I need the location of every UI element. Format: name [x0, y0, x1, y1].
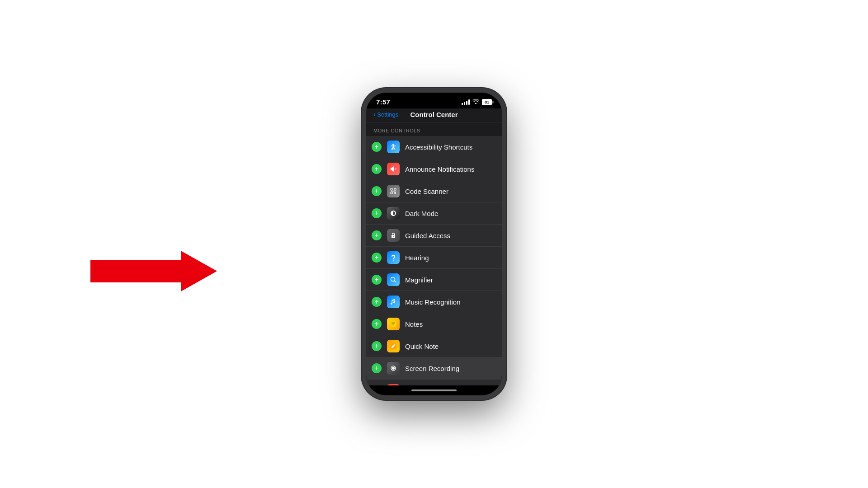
plus-icon: + — [374, 343, 378, 350]
label-magnifier: Magnifier — [405, 276, 495, 284]
add-button-hearing[interactable]: + — [372, 253, 382, 263]
status-time: 7:57 — [376, 98, 390, 106]
svg-rect-8 — [394, 188, 396, 190]
svg-point-1 — [392, 144, 394, 145]
label-screenrec: Screen Recording — [405, 365, 495, 372]
plus-icon: + — [374, 254, 378, 261]
arrow-annotation — [90, 249, 217, 294]
back-label: Settings — [377, 111, 398, 118]
plus-icon: + — [374, 188, 378, 195]
icon-music — [387, 296, 400, 308]
label-announce: Announce Notifications — [405, 165, 495, 173]
list-item-sound[interactable]: + Sound Recognition — [366, 380, 502, 385]
back-chevron-icon: ‹ — [373, 110, 376, 118]
list-item-music[interactable]: + Music Recognition — [366, 291, 502, 313]
status-icons: 81 — [462, 99, 492, 105]
list-item-notes[interactable]: + Notes — [366, 313, 502, 335]
plus-icon: + — [374, 165, 378, 173]
list-item-code[interactable]: + — [366, 180, 502, 202]
label-hearing: Hearing — [405, 254, 495, 262]
plus-icon: + — [374, 365, 378, 372]
phone-frame: 7:57 — [362, 88, 506, 400]
signal-bar-1 — [462, 103, 463, 105]
status-bar: 7:57 — [366, 93, 502, 108]
list-item-quicknote[interactable]: + Quick Note — [366, 335, 502, 357]
svg-line-4 — [393, 146, 394, 150]
phone-screen: 7:57 — [366, 93, 502, 395]
add-button-quicknote[interactable]: + — [372, 341, 382, 351]
add-button-music[interactable]: + — [372, 297, 382, 307]
svg-marker-0 — [90, 251, 217, 291]
add-button-code[interactable]: + — [372, 186, 382, 196]
signal-bar-3 — [466, 101, 467, 105]
list-item-dark[interactable]: + Dark Mode — [366, 202, 502, 225]
plus-icon: + — [374, 232, 378, 239]
icon-dark — [387, 207, 400, 220]
icon-screenrec — [387, 362, 400, 375]
icon-sound — [387, 384, 400, 385]
label-guided: Guided Access — [405, 232, 495, 239]
label-notes: Notes — [405, 320, 495, 328]
plus-icon: + — [374, 210, 378, 217]
list-item-screenrec[interactable]: + Screen Recording — [366, 357, 502, 380]
scroll-content[interactable]: MORE CONTROLS + — [366, 122, 502, 385]
plus-icon: + — [374, 143, 378, 150]
svg-rect-15 — [393, 236, 394, 237]
svg-point-25 — [392, 367, 395, 370]
plus-icon: + — [374, 276, 378, 283]
add-button-guided[interactable]: + — [372, 230, 382, 240]
label-dark: Dark Mode — [405, 210, 495, 217]
add-button-notes[interactable]: + — [372, 319, 382, 329]
icon-accessibility — [387, 141, 400, 153]
label-accessibility: Accessibility Shortcuts — [405, 143, 495, 151]
svg-line-18 — [395, 281, 396, 283]
label-quicknote: Quick Note — [405, 343, 495, 350]
dynamic-island — [428, 99, 440, 103]
list-item-announce[interactable]: + Announce Notifications — [366, 158, 502, 180]
icon-hearing — [387, 251, 400, 264]
list-item-magnifier[interactable]: + Magnifier — [366, 269, 502, 291]
home-bar — [411, 389, 457, 391]
icon-code — [387, 185, 400, 197]
plus-icon: + — [374, 320, 378, 328]
home-indicator — [366, 385, 502, 395]
scene: 7:57 — [0, 0, 868, 488]
add-button-dark[interactable]: + — [372, 208, 382, 218]
add-button-screenrec[interactable]: + — [372, 363, 382, 373]
svg-rect-7 — [391, 188, 392, 190]
icon-guided — [387, 229, 400, 242]
nav-title: Control Center — [410, 111, 458, 118]
icon-announce — [387, 163, 400, 175]
list-item-accessibility[interactable]: + — [366, 136, 502, 158]
nav-bar: ‹ Settings Control Center — [366, 108, 502, 122]
add-button-accessibility[interactable]: + — [372, 142, 382, 152]
label-music: Music Recognition — [405, 298, 495, 306]
section-header: MORE CONTROLS — [366, 122, 502, 136]
icon-notes — [387, 318, 400, 330]
add-button-magnifier[interactable]: + — [372, 275, 382, 285]
list-item-hearing[interactable]: + Hearing — [366, 247, 502, 269]
battery-icon: 81 — [482, 99, 492, 105]
plus-icon: + — [374, 298, 378, 305]
signal-bar-4 — [468, 99, 470, 105]
label-code: Code Scanner — [405, 188, 495, 195]
svg-point-16 — [393, 260, 394, 261]
icon-quicknote — [387, 340, 400, 352]
svg-point-17 — [391, 277, 395, 282]
controls-list: + — [366, 136, 502, 385]
battery-level: 81 — [485, 100, 489, 104]
add-button-announce[interactable]: + — [372, 164, 382, 174]
list-item-guided[interactable]: + Guided Access — [366, 225, 502, 247]
signal-bars — [462, 99, 470, 105]
icon-magnifier — [387, 273, 400, 286]
svg-rect-9 — [391, 192, 392, 194]
wifi-icon — [472, 99, 479, 105]
back-button[interactable]: ‹ Settings — [373, 110, 398, 118]
signal-bar-2 — [464, 102, 465, 105]
